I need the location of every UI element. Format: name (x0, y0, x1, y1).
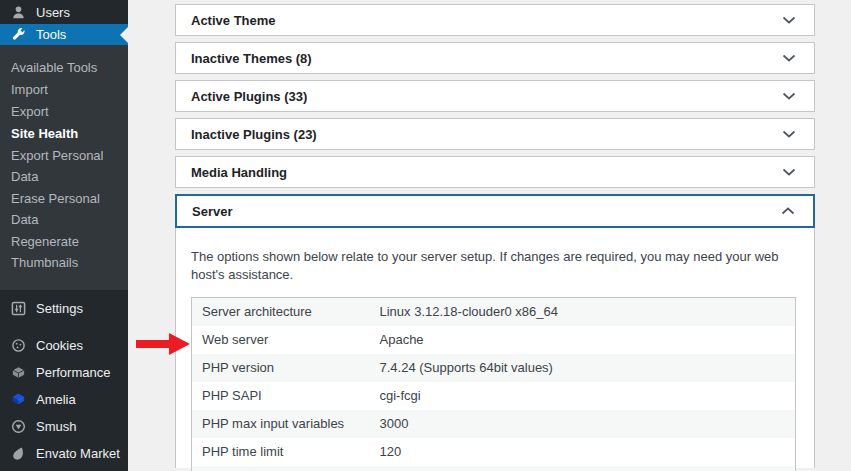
sidebar-item-site-health[interactable]: Site Health (11, 123, 111, 144)
sidebar-item-label: Envato Market (36, 446, 120, 461)
accordion-media-handling[interactable]: Media Handling (175, 156, 815, 188)
accordion-label: Active Theme (191, 13, 276, 28)
table-row-php-time-limit: PHP time limit 120 (192, 438, 796, 466)
sidebar-item-regenerate-thumbnails[interactable]: Regenerate Thumbnails (11, 231, 111, 273)
table-row-web-server: Web server Apache (192, 326, 796, 354)
row-label: Web server (192, 326, 370, 354)
chevron-up-icon (781, 207, 795, 215)
sidebar-item-users[interactable]: Users (0, 0, 128, 24)
server-section-description: The options shown below relate to your s… (191, 248, 796, 284)
sidebar-item-import[interactable]: Import (11, 79, 111, 100)
admin-sidebar: Users Tools Available Tools Import Expor… (0, 0, 128, 471)
sidebar-item-erase-personal-data[interactable]: Erase Personal Data (11, 188, 111, 230)
sidebar-item-label: Settings (36, 301, 83, 316)
table-row-php-version: PHP version 7.4.24 (Supports 64bit value… (192, 354, 796, 382)
sidebar-item-label: Smush (36, 419, 76, 434)
row-value: Apache (370, 326, 796, 354)
row-label: PHP SAPI (192, 382, 370, 410)
row-value: 3000 (370, 410, 796, 438)
site-health-info-panel: Active Theme Inactive Themes (8) Active … (128, 0, 851, 471)
row-label: PHP memory limit (192, 466, 370, 471)
accordion-label: Inactive Plugins (23) (191, 127, 317, 142)
amelia-icon (10, 391, 27, 408)
accordion-inactive-plugins[interactable]: Inactive Plugins (23) (175, 118, 815, 150)
sidebar-item-settings[interactable]: Settings (0, 295, 128, 322)
sidebar-item-cookies[interactable]: Cookies (0, 332, 128, 359)
row-value: cgi-fcgi (370, 382, 796, 410)
table-row-php-memory-limit: PHP memory limit 768M (192, 466, 796, 471)
row-label: PHP max input variables (192, 410, 370, 438)
sidebar-lower-menu: Settings Cookies Performance (0, 290, 128, 471)
sidebar-item-available-tools[interactable]: Available Tools (11, 57, 111, 78)
row-value: Linux 3.12.18-clouder0 x86_64 (370, 298, 796, 326)
row-value: 120 (370, 438, 796, 466)
chevron-down-icon (782, 168, 796, 176)
table-row-server-architecture: Server architecture Linux 3.12.18-cloude… (192, 298, 796, 326)
chevron-down-icon (782, 92, 796, 100)
smush-icon (10, 418, 27, 435)
accordion-active-plugins[interactable]: Active Plugins (33) (175, 80, 815, 112)
row-label: Server architecture (192, 298, 370, 326)
sidebar-item-tools[interactable]: Tools (0, 24, 128, 45)
sidebar-item-smush[interactable]: Smush (0, 413, 128, 440)
tools-icon (10, 26, 27, 43)
tools-submenu: Available Tools Import Export Site Healt… (0, 45, 128, 290)
server-section-body: The options shown below relate to your s… (175, 228, 815, 468)
chevron-down-icon (782, 130, 796, 138)
row-value: 7.4.24 (Supports 64bit values) (370, 354, 796, 382)
sidebar-item-label: Performance (36, 365, 110, 380)
sidebar-item-export-personal-data[interactable]: Export Personal Data (11, 145, 111, 187)
settings-icon (10, 300, 27, 317)
accordion-server[interactable]: Server (175, 194, 815, 228)
table-row-php-sapi: PHP SAPI cgi-fcgi (192, 382, 796, 410)
accordion-label: Media Handling (191, 165, 287, 180)
cookies-icon (10, 337, 27, 354)
accordion-label: Server (192, 204, 232, 219)
sidebar-item-label: Users (36, 5, 70, 20)
sidebar-item-envato-market[interactable]: Envato Market (0, 440, 128, 467)
sidebar-item-label: Cookies (36, 338, 83, 353)
server-info-table: Server architecture Linux 3.12.18-cloude… (191, 297, 796, 471)
sidebar-item-export[interactable]: Export (11, 101, 111, 122)
sidebar-item-label: Tools (36, 27, 66, 42)
sidebar-item-label: Amelia (36, 392, 76, 407)
chevron-down-icon (782, 16, 796, 24)
chevron-down-icon (782, 54, 796, 62)
accordion-label: Inactive Themes (8) (191, 51, 312, 66)
sidebar-item-amelia[interactable]: Amelia (0, 386, 128, 413)
row-value: 768M (370, 466, 796, 471)
row-label: PHP version (192, 354, 370, 382)
table-row-php-max-input-variables: PHP max input variables 3000 (192, 410, 796, 438)
users-icon (10, 4, 27, 21)
row-label: PHP time limit (192, 438, 370, 466)
accordion-label: Active Plugins (33) (191, 89, 307, 104)
sidebar-item-performance[interactable]: Performance (0, 359, 128, 386)
envato-leaf-icon (10, 445, 27, 462)
accordion-inactive-themes[interactable]: Inactive Themes (8) (175, 42, 815, 74)
performance-icon (10, 364, 27, 381)
accordion-active-theme[interactable]: Active Theme (175, 4, 815, 36)
active-menu-notch (120, 27, 128, 43)
